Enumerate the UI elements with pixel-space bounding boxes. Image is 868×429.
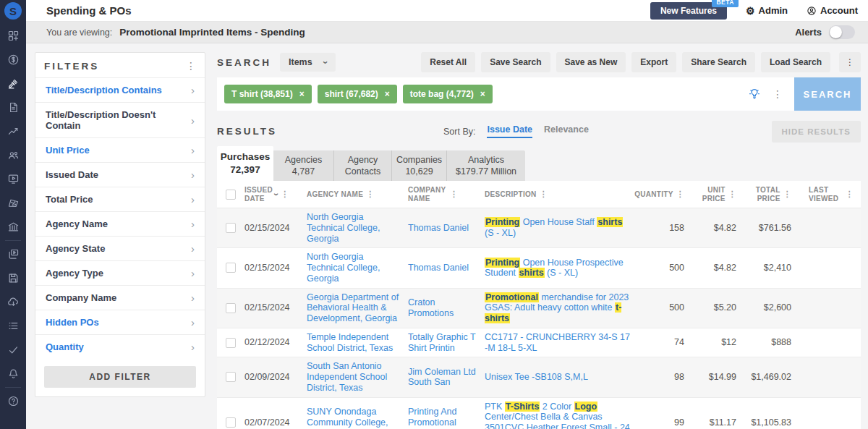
export-button[interactable]: Export — [631, 52, 676, 72]
tab-companies[interactable]: Companies10,629 — [392, 150, 447, 181]
description-cell[interactable]: PTK T-Shirts 2 Color Logo Center/Chest B… — [485, 402, 639, 429]
dashboard-add-icon[interactable] — [0, 24, 26, 48]
filter-item-agency-name[interactable]: Agency Name› — [35, 211, 205, 236]
chevron-right-icon: › — [191, 218, 195, 229]
agency-link[interactable]: SUNY Onondaga Community College, New Yor… — [307, 407, 388, 429]
load-search-button[interactable]: Load Search — [761, 52, 830, 72]
contacts-icon[interactable] — [0, 143, 26, 167]
search-bar-menu-icon[interactable]: ⋮ — [773, 88, 783, 100]
remove-tag-icon[interactable]: × — [480, 90, 485, 98]
agency-link[interactable]: North Georgia Technical College, Georgia — [307, 212, 380, 244]
filter-item-issued-date[interactable]: Issued Date› — [35, 162, 205, 187]
tab-agency-contacts[interactable]: Agency Contacts — [334, 150, 392, 181]
column-menu-icon[interactable]: ⋮ — [676, 190, 684, 199]
trends-icon[interactable] — [0, 119, 26, 143]
unit-price-cell: $12 — [694, 337, 742, 348]
description-cell[interactable]: CC1717 - CRUNCHBERRY 34-S 17 -M 18-L 5-X… — [485, 332, 639, 354]
filter-item-agency-state[interactable]: Agency State› — [35, 236, 205, 260]
search-scope-dropdown[interactable]: Items › — [280, 53, 336, 72]
filter-item-quantity[interactable]: Quantity› — [35, 334, 205, 359]
column-menu-icon[interactable]: ⋮ — [783, 190, 791, 199]
reset-all-button[interactable]: Reset All — [421, 52, 475, 72]
remove-tag-icon[interactable]: × — [299, 90, 305, 98]
row-checkbox[interactable] — [226, 303, 236, 313]
column-menu-icon[interactable]: ⋮ — [540, 190, 548, 199]
description-cell[interactable]: Promotional merchandise for 2023 GSAS: A… — [485, 292, 639, 324]
map-icon[interactable] — [0, 191, 26, 215]
sort-chevron-icon[interactable]: › — [272, 192, 281, 195]
agency-link[interactable]: Temple Independent School District, Texa… — [307, 332, 393, 353]
search-button[interactable]: SEARCH — [794, 77, 861, 111]
filters-menu-icon[interactable]: ⋮ — [186, 60, 196, 72]
app-logo-icon[interactable]: S — [4, 2, 22, 20]
saved-icon[interactable] — [0, 266, 26, 290]
description-cell[interactable]: Printing Open House Prospective Student … — [485, 258, 639, 279]
notifications-icon[interactable] — [0, 362, 26, 386]
row-checkbox[interactable] — [226, 263, 236, 273]
hide-results-button[interactable]: HIDE RESULTS — [772, 121, 861, 143]
tasks-icon[interactable] — [0, 338, 26, 362]
filter-item-title-description-contains[interactable]: Title/Description Contains› — [35, 77, 205, 102]
row-checkbox[interactable] — [226, 338, 236, 348]
help-icon[interactable] — [0, 389, 26, 413]
company-link[interactable]: Thomas Daniel — [408, 223, 469, 233]
admin-button[interactable]: ⚙ Admin — [746, 5, 788, 16]
filter-item-agency-type[interactable]: Agency Type› — [35, 260, 205, 285]
save-as-new-button[interactable]: Save as New — [556, 52, 626, 72]
sort-option-issue-date[interactable]: Issue Date — [487, 124, 532, 138]
sort-option-relevance[interactable]: Relevance — [544, 124, 589, 138]
agency-link[interactable]: North Georgia Technical College, Georgia — [307, 252, 380, 284]
row-checkbox[interactable] — [226, 372, 236, 382]
company-link[interactable]: Craton Promotions — [408, 297, 454, 318]
filter-item-unit-price[interactable]: Unit Price› — [35, 137, 205, 162]
lightbulb-icon[interactable] — [748, 88, 761, 101]
description-cell[interactable]: Printing Open House Staff shirts (S - XL… — [485, 217, 639, 239]
agency-link[interactable]: Georgia Department of Behavioral Health … — [307, 292, 399, 324]
documents-icon[interactable] — [0, 95, 26, 119]
media-icon[interactable] — [0, 167, 26, 191]
select-all-checkbox[interactable] — [226, 190, 236, 200]
column-menu-icon[interactable]: ⋮ — [728, 190, 736, 199]
filter-item-title-description-doesn-t-contain[interactable]: Title/Description Doesn't Contain› — [35, 102, 205, 137]
tab-analytics[interactable]: Analytics$179.77 Million — [447, 150, 525, 181]
bids-icon[interactable] — [0, 72, 26, 95]
share-search-button[interactable]: Share Search — [682, 52, 755, 72]
new-features-button[interactable]: BETA New Features — [650, 2, 727, 20]
column-menu-icon[interactable]: ⋮ — [846, 190, 854, 199]
account-button[interactable]: Account — [807, 5, 858, 16]
description-cell[interactable]: Unisex Tee -SB108 S,M,L — [485, 372, 639, 383]
company-link[interactable]: Printing And Promotional Solutio — [408, 407, 456, 429]
row-checkbox[interactable] — [226, 417, 236, 428]
company-link[interactable]: Jim Coleman Ltd South San — [408, 367, 476, 388]
add-filter-button[interactable]: ADD FILTER — [44, 366, 196, 388]
filter-item-hidden-pos[interactable]: Hidden POs› — [35, 310, 205, 334]
filter-item-total-price[interactable]: Total Price› — [35, 187, 205, 211]
agency-name-cell: Georgia Department of Behavioral Health … — [307, 292, 408, 324]
company-link[interactable]: Thomas Daniel — [408, 263, 469, 273]
row-checkbox-cell — [217, 417, 244, 428]
videos-icon[interactable] — [0, 242, 26, 266]
search-tag[interactable]: T shirt (38,851)× — [224, 85, 312, 103]
filter-item-company-name[interactable]: Company Name› — [35, 285, 205, 310]
search-tag[interactable]: tote bag (4,772)× — [403, 85, 493, 103]
spending-icon[interactable] — [0, 48, 26, 72]
remove-tag-icon[interactable]: × — [385, 90, 390, 98]
company-link[interactable]: Totally Graphic T Shirt Printin — [408, 332, 475, 353]
save-search-button[interactable]: Save Search — [481, 52, 550, 72]
column-menu-icon[interactable]: ⋮ — [281, 190, 289, 199]
tab-agencies[interactable]: Agencies4,787 — [273, 150, 334, 181]
column-menu-icon[interactable]: ⋮ — [450, 190, 458, 199]
agency-link[interactable]: South San Antonio Independent School Dis… — [307, 361, 387, 393]
downloads-icon[interactable] — [0, 290, 26, 314]
search-tag-label: tote bag (4,772) — [410, 89, 474, 99]
row-checkbox[interactable] — [226, 223, 236, 233]
search-bar[interactable]: T shirt (38,851)×shirt (67,682)×tote bag… — [217, 77, 861, 111]
column-header-quantity: QUANTITY⋮ — [639, 190, 694, 199]
search-tag[interactable]: shirt (67,682)× — [318, 85, 397, 103]
alerts-toggle[interactable] — [829, 25, 855, 39]
agencies-icon[interactable] — [0, 215, 26, 239]
column-menu-icon[interactable]: ⋮ — [366, 190, 374, 199]
tab-purchases[interactable]: Purchases72,397 — [217, 146, 273, 181]
search-toolbar-menu-icon[interactable]: ⋮ — [839, 52, 861, 72]
list-icon[interactable] — [0, 314, 26, 338]
